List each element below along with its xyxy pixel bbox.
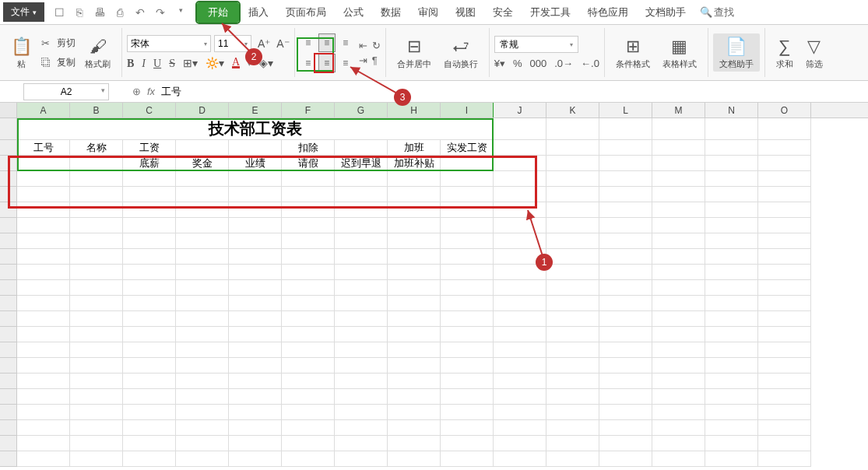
cell[interactable]	[282, 265, 335, 280]
select-all-corner[interactable]	[0, 103, 17, 118]
cell[interactable]	[758, 202, 811, 218]
cell[interactable]	[652, 265, 705, 280]
cell[interactable]	[335, 342, 388, 358]
cell[interactable]	[388, 405, 441, 420]
cell[interactable]	[388, 436, 441, 451]
cell[interactable]	[70, 311, 123, 327]
row-header[interactable]	[0, 249, 17, 265]
cell[interactable]	[441, 280, 494, 296]
cell[interactable]	[388, 249, 441, 265]
row-header[interactable]	[0, 218, 17, 233]
cell[interactable]	[70, 374, 123, 389]
cell[interactable]	[441, 389, 494, 405]
cell[interactable]	[17, 218, 70, 233]
cell[interactable]	[70, 327, 123, 342]
cell[interactable]	[70, 265, 123, 280]
cell[interactable]	[176, 374, 229, 389]
row-header[interactable]	[0, 280, 17, 296]
cell[interactable]	[546, 342, 599, 358]
tab-special[interactable]: 特色应用	[580, 2, 636, 23]
cell[interactable]	[599, 342, 652, 358]
cell[interactable]	[441, 202, 494, 218]
cell[interactable]	[652, 140, 705, 156]
cell[interactable]	[599, 280, 652, 296]
row-header[interactable]	[0, 296, 17, 311]
cell[interactable]	[388, 280, 441, 296]
cell[interactable]	[123, 420, 176, 436]
cell[interactable]	[546, 420, 599, 436]
cell[interactable]	[70, 420, 123, 436]
cell[interactable]: 加班	[388, 140, 441, 156]
cell[interactable]	[388, 265, 441, 280]
cell[interactable]	[388, 202, 441, 218]
col-header-O[interactable]: O	[758, 103, 811, 118]
cell[interactable]	[70, 451, 123, 467]
fill-color-button[interactable]: 🔆▾	[206, 57, 224, 70]
row-header[interactable]	[0, 358, 17, 374]
font-size-select[interactable]: 11	[214, 35, 251, 52]
cell[interactable]	[494, 280, 546, 296]
cell[interactable]	[388, 358, 441, 374]
row-header[interactable]	[0, 118, 17, 140]
cell[interactable]: 业绩	[229, 156, 282, 171]
font-color-button[interactable]: A	[232, 58, 240, 68]
cell[interactable]	[123, 358, 176, 374]
cell[interactable]	[176, 140, 229, 156]
cell[interactable]	[758, 265, 811, 280]
print-icon[interactable]: ⎙	[113, 6, 127, 19]
cell[interactable]	[176, 218, 229, 233]
cell[interactable]	[599, 156, 652, 171]
cell[interactable]	[494, 451, 546, 467]
cell[interactable]	[335, 249, 388, 265]
cell[interactable]	[599, 218, 652, 233]
cell[interactable]	[229, 140, 282, 156]
cell[interactable]	[282, 436, 335, 451]
rtl-button[interactable]: ¶	[372, 54, 381, 66]
col-header-J[interactable]: J	[494, 103, 546, 118]
cell[interactable]	[17, 405, 70, 420]
cell[interactable]	[282, 296, 335, 311]
cell[interactable]	[282, 187, 335, 202]
row-header[interactable]	[0, 374, 17, 389]
cell[interactable]	[546, 218, 599, 233]
cell[interactable]	[441, 233, 494, 249]
row-header[interactable]	[0, 389, 17, 405]
cell[interactable]	[599, 327, 652, 342]
cell[interactable]	[441, 420, 494, 436]
cell[interactable]	[599, 311, 652, 327]
cell[interactable]	[229, 249, 282, 265]
cell[interactable]	[17, 358, 70, 374]
cell[interactable]	[388, 187, 441, 202]
cell[interactable]	[123, 342, 176, 358]
cell[interactable]	[335, 358, 388, 374]
cell[interactable]	[758, 405, 811, 420]
cut-button[interactable]: ✂剪切	[38, 35, 79, 51]
copy-button[interactable]: ⿻复制	[38, 54, 79, 71]
filter-button[interactable]: ▽ 筛选	[799, 33, 829, 72]
cell[interactable]	[599, 265, 652, 280]
cell[interactable]	[652, 436, 705, 451]
file-menu[interactable]: 文件	[3, 2, 44, 22]
cell[interactable]: 名称	[70, 140, 123, 156]
cell[interactable]	[70, 389, 123, 405]
cell[interactable]	[123, 374, 176, 389]
cell[interactable]	[705, 280, 758, 296]
cell[interactable]	[599, 374, 652, 389]
cell[interactable]	[70, 187, 123, 202]
cell[interactable]	[176, 202, 229, 218]
col-header-F[interactable]: F	[282, 103, 335, 118]
cell[interactable]	[70, 280, 123, 296]
col-header-E[interactable]: E	[229, 103, 282, 118]
cell[interactable]	[176, 389, 229, 405]
cell[interactable]	[282, 218, 335, 233]
format-painter-button[interactable]: 🖌 格式刷	[79, 33, 117, 72]
cell[interactable]	[705, 420, 758, 436]
cell[interactable]: 扣除	[282, 140, 335, 156]
cell[interactable]	[599, 249, 652, 265]
cell[interactable]	[441, 218, 494, 233]
cell[interactable]	[388, 389, 441, 405]
cell[interactable]: 底薪	[123, 156, 176, 171]
cell[interactable]	[335, 187, 388, 202]
cell[interactable]	[758, 374, 811, 389]
col-header-A[interactable]: A	[17, 103, 70, 118]
